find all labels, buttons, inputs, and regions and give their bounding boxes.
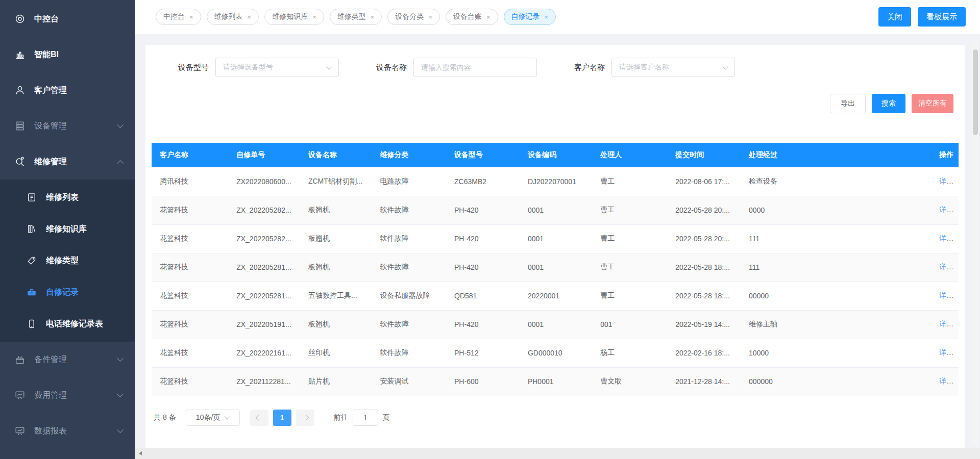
export-button[interactable]: 导出: [830, 94, 866, 113]
tab-repair-list[interactable]: 维修列表 ×: [207, 9, 259, 25]
sidebar-item-expense[interactable]: 费用管理: [0, 377, 135, 413]
device-name-input[interactable]: [413, 58, 537, 77]
cell-repair-category: 电路故障: [372, 167, 446, 196]
cell-customer: 花篮科技: [152, 310, 228, 339]
cell-device-model: PH-420: [446, 224, 520, 253]
sidebar-item-repair[interactable]: 维修管理: [0, 144, 135, 180]
cell-submit-time: 2022-05-28 18:...: [667, 253, 741, 282]
sidebar-item-knowledge[interactable]: 维修知识库: [0, 213, 135, 245]
close-icon[interactable]: ×: [545, 14, 549, 20]
sidebar-item-console[interactable]: 中控台: [0, 1, 135, 37]
horizontal-scrollbar[interactable]: [135, 448, 980, 459]
cell-device-name: 板翘机: [300, 310, 372, 339]
cell-action: 详情: [931, 367, 959, 396]
records-table: 客户名称 自修单号 设备名称 维修分类 设备型号 设备编码 处理人 提交时间 处…: [152, 143, 959, 396]
cell-device-code: 0001: [520, 224, 592, 253]
scroll-left-button[interactable]: [135, 448, 146, 459]
prev-page-button[interactable]: [250, 410, 268, 426]
close-icon[interactable]: ×: [486, 14, 491, 20]
cell-device-name: 五轴数控工具...: [300, 282, 372, 310]
sidebar-item-repair-type[interactable]: 维修类型: [0, 245, 135, 276]
sidebar-item-partial[interactable]: [0, 442, 135, 459]
select-placeholder: 请选择设备型号: [223, 63, 273, 72]
close-icon[interactable]: ×: [248, 14, 252, 20]
cell-device-model: PH-512: [446, 339, 520, 367]
detail-link[interactable]: 详情: [939, 234, 953, 242]
tab-device-ledger[interactable]: 设备台账 ×: [446, 9, 498, 25]
vertical-scrollbar[interactable]: [972, 38, 978, 446]
chevron-down-icon: [117, 121, 124, 128]
goto-label: 前往: [334, 413, 348, 422]
table-row: 腾讯科技 ZX2022080600... ZCMT铝材切割... 电路故障 ZC…: [152, 167, 959, 196]
sidebar-item-label: 电话维修记录表: [46, 319, 103, 329]
cell-action: 详情: [931, 224, 959, 253]
close-icon[interactable]: ×: [428, 14, 432, 20]
tab-self-repair-active[interactable]: 自修记录 ×: [504, 9, 556, 25]
tab-knowledge[interactable]: 维修知识库 ×: [264, 9, 324, 25]
repair-submenu: 维修列表 维修知识库 维修类型 自修记录: [0, 180, 135, 342]
detail-link[interactable]: 详情: [939, 348, 953, 356]
cell-handler: 曹工: [592, 253, 667, 282]
next-page-button[interactable]: [296, 410, 314, 426]
app-root: 中控台 智能BI 客户管理 设备管理 维修管理: [0, 0, 980, 459]
detail-link[interactable]: 详情: [939, 291, 953, 299]
pagination: 共 8 条 10条/页 1 前往 页: [152, 410, 959, 426]
table-row: 花篮科技 ZX_202202161... 丝印机 软件故障 PH-512 GD0…: [152, 339, 959, 367]
filter-label: 客户名称: [574, 63, 605, 72]
scrollbar-thumb[interactable]: [973, 49, 978, 135]
filter-row: 设备型号 请选择设备型号 设备名称 客户名称 请选择客户名称: [152, 45, 959, 77]
clipped-menu-icon: [14, 454, 26, 459]
close-button[interactable]: 关闭: [878, 7, 911, 27]
cell-device-name: 板翘机: [300, 253, 372, 282]
close-icon[interactable]: ×: [312, 14, 316, 20]
page-size-select[interactable]: 10条/页: [186, 410, 240, 426]
cell-repair-category: 软件故障: [372, 339, 446, 367]
device-model-select[interactable]: 请选择设备型号: [215, 58, 339, 77]
detail-link[interactable]: 详情: [939, 206, 953, 214]
clear-all-button[interactable]: 清空所有: [912, 94, 953, 113]
page-number-button[interactable]: 1: [273, 410, 291, 426]
col-device-code: 设备编码: [520, 143, 592, 167]
cell-handler: 曹工: [592, 282, 667, 310]
sidebar-item-label: 客户管理: [34, 85, 67, 96]
tab-repair-type[interactable]: 维修类型 ×: [330, 9, 382, 25]
sidebar-item-repair-list[interactable]: 维修列表: [0, 182, 135, 213]
filter-device-name: 设备名称: [376, 58, 537, 77]
chevron-left-icon: [256, 415, 261, 420]
board-display-button[interactable]: 看板展示: [918, 7, 966, 27]
customer-name-select[interactable]: 请选择客户名称: [611, 58, 735, 77]
cell-device-model: PH-600: [446, 367, 520, 396]
sidebar-item-bi[interactable]: 智能BI: [0, 37, 135, 72]
close-icon[interactable]: ×: [189, 14, 193, 20]
detail-link[interactable]: 详情: [939, 377, 953, 385]
cell-action: 详情: [931, 282, 959, 310]
table-row: 花篮科技 ZX_202205281... 五轴数控工具... 设备私服器故障 Q…: [152, 282, 959, 310]
col-repair-category: 维修分类: [372, 143, 446, 167]
tab-device-category[interactable]: 设备分类 ×: [387, 9, 440, 25]
col-process: 处理经过: [741, 143, 931, 167]
close-icon[interactable]: ×: [371, 14, 375, 20]
cell-handler: 曹工: [592, 196, 667, 224]
sidebar-item-label: 维修列表: [46, 192, 79, 203]
chevron-down-icon: [117, 391, 124, 397]
sidebar-item-label: 自修记录: [46, 287, 79, 298]
cell-customer: 花篮科技: [152, 253, 228, 282]
search-button[interactable]: 搜索: [872, 94, 905, 113]
sidebar-item-phone-repair[interactable]: 电话维修记录表: [0, 308, 135, 340]
sidebar-item-spare-parts[interactable]: 备件管理: [0, 342, 135, 377]
cell-action: 详情: [931, 167, 959, 196]
tab-console[interactable]: 中控台 ×: [156, 9, 201, 25]
chevron-right-icon: [303, 415, 308, 420]
sidebar-item-customers[interactable]: 客户管理: [0, 72, 135, 108]
detail-link[interactable]: 详情: [939, 320, 953, 328]
cell-order-no: ZX_202205191...: [228, 310, 300, 339]
detail-link[interactable]: 详情: [939, 263, 953, 271]
tab-label: 维修类型: [337, 12, 366, 21]
sidebar-item-label: 数据报表: [34, 426, 67, 437]
goto-page-input[interactable]: [353, 410, 378, 426]
detail-link[interactable]: 详情: [939, 177, 953, 185]
cell-process: 10000: [741, 339, 931, 367]
sidebar-item-devices[interactable]: 设备管理: [0, 108, 135, 144]
col-action: 操作: [931, 143, 959, 167]
sidebar-item-self-repair[interactable]: 自修记录: [0, 276, 135, 308]
